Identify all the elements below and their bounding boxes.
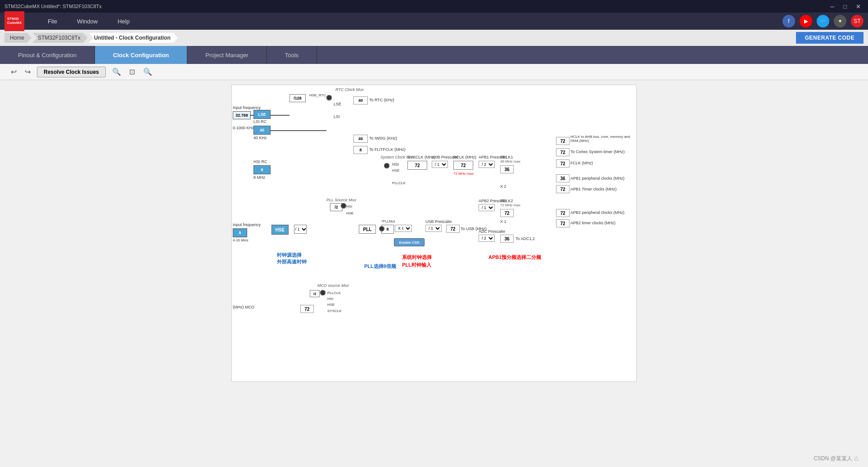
tab-project[interactable]: Project Manager	[187, 46, 267, 64]
menu-window[interactable]: Window	[72, 15, 103, 27]
hse-block: HSE	[271, 225, 289, 235]
pclk2-value: 72	[500, 209, 514, 217]
hclk-label: HCLK (MHz)	[453, 155, 476, 159]
hsi-rc-box: 8	[253, 165, 271, 174]
tab-clock[interactable]: Clock Configuration	[95, 46, 187, 64]
hclk-max-label: 72 MHz max	[453, 172, 474, 176]
maximize-btn[interactable]: □	[841, 2, 850, 11]
hsi-rc-label: HSI RC	[253, 159, 267, 164]
apb1-timer-label: APB1 Timer clocks (MHz)	[570, 187, 617, 191]
adc-label: To ADC1,2	[515, 236, 535, 241]
breadcrumb: Home STM32F103C8Tx Untitled - Clock Conf…	[0, 30, 868, 46]
main-content: RTC Clock Mux Input frequency 32.768 LSE…	[0, 80, 868, 467]
cortex-timer-label: To Cortex System timer (MHz)	[570, 150, 625, 154]
hse-div1-box: / 1	[294, 225, 307, 234]
lsi-mux-label: LSI	[334, 114, 340, 119]
redo-icon[interactable]: ↪	[23, 67, 32, 77]
lse-block: LSE	[253, 110, 271, 119]
menu-help[interactable]: Help	[112, 15, 135, 27]
to-iwdg-value: 40	[353, 135, 368, 143]
annot-apb1: APB1预分频选择二分频	[488, 254, 541, 261]
resolve-clock-btn[interactable]: Resolve Clock Issues	[37, 67, 106, 77]
youtube-icon[interactable]: ▶	[800, 15, 812, 27]
lse-value-box: 32.768	[233, 111, 251, 119]
hclk-ahb-label: HCLK to AHB bus, core, memory and DMA (M…	[570, 135, 636, 143]
apb2-peripheral-value: 72	[556, 209, 570, 217]
apb2-timer-label: APB2 timer clocks (MHz)	[570, 221, 615, 225]
undo-icon[interactable]: ↩	[9, 67, 18, 77]
sysclk-radio-pll[interactable]	[384, 163, 389, 168]
pllclk-sysclk-label: PLLCLK	[392, 181, 406, 185]
st-logo-icon: ST	[851, 15, 863, 27]
menu-right: f ▶ 🐦 ✦ ST	[782, 15, 863, 27]
usb-prescaler-select[interactable]: / 1	[425, 225, 442, 232]
pclk1-label: PCLK1	[500, 155, 513, 159]
fclk-label: FCLK (MHz)	[570, 161, 593, 165]
hclk-value-box: 72	[453, 161, 473, 170]
hse-div1-select[interactable]: / 1	[294, 227, 307, 232]
watermark: CSDN @某某人 △	[814, 455, 859, 462]
lsi-rc-label: LSI RC	[253, 119, 267, 124]
tab-bar: Pinout & Configuration Clock Configurati…	[0, 46, 868, 64]
pclk1-value: 36	[500, 165, 514, 173]
apb1-prescaler-select[interactable]: / 2	[479, 161, 495, 168]
usb-value: 72	[446, 225, 460, 233]
mco-source-mux-label: MCO source Mux	[317, 283, 349, 288]
zoom-out-icon[interactable]: 🔍	[141, 67, 154, 77]
lsi-range-label: 0-1000 KHz	[233, 126, 254, 130]
annot-sysclk: 系统时钟选择	[402, 254, 432, 261]
pclk2-max-label: 72 MHz max	[500, 203, 520, 207]
window-controls: ─ □ ✕	[827, 2, 863, 11]
pll-block: PLL	[359, 225, 376, 234]
fclk-value: 72	[556, 159, 570, 168]
generate-code-btn[interactable]: GENERATE CODE	[796, 32, 863, 44]
mco-value: 72	[300, 305, 314, 313]
mco-hsi-label: HSI	[327, 297, 333, 301]
apb1-peripheral-label: APB1 peripheral clocks (MHz)	[570, 176, 624, 181]
usb-label: To USB (MHz)	[461, 227, 487, 231]
zoom-fit-icon[interactable]: ⊡	[127, 67, 137, 77]
tab-tools[interactable]: Tools	[267, 46, 317, 64]
to-rtc-value: 40	[353, 96, 368, 104]
rtc-radio-lsi[interactable]	[326, 95, 332, 100]
breadcrumb-home[interactable]: Home	[5, 33, 32, 43]
x2-label: X 2	[500, 184, 506, 189]
x1-label: X 1	[500, 219, 506, 224]
rtc-clock-mux-label: RTC Clock Mux	[335, 87, 364, 92]
twitter-icon[interactable]: 🐦	[817, 15, 829, 27]
title-bar-text: STM32CubeMX Untitled*: STM32F103C8Tx	[5, 4, 102, 9]
lse-mux-label: LSE	[334, 102, 341, 106]
mco-sysclk-label: SYSCLK	[327, 309, 342, 313]
hse-rtc-label: HSE_RTC	[309, 93, 326, 97]
div128-box: /128	[289, 94, 306, 102]
star-icon[interactable]: ✦	[834, 15, 846, 27]
minimize-btn[interactable]: ─	[827, 2, 837, 11]
breadcrumb-device[interactable]: STM32F103C8Tx	[32, 33, 88, 43]
menu-file[interactable]: File	[42, 15, 63, 27]
annot-pll-mul: PLL选择9倍频	[364, 263, 396, 270]
line-lsi	[271, 130, 326, 131]
facebook-icon[interactable]: f	[782, 15, 795, 27]
sysclk-value-box[interactable]: 72	[407, 161, 427, 170]
close-btn[interactable]: ✕	[853, 2, 863, 11]
ahb-prescaler-select[interactable]: / 1	[432, 161, 448, 168]
adc-prescaler-select[interactable]: / 2	[479, 235, 495, 242]
hse-range-label: 4-16 MHz	[233, 238, 249, 242]
to-flitf-label: To FLITFCLK (MHz)	[369, 147, 406, 152]
zoom-in-icon[interactable]: 🔍	[110, 67, 123, 77]
pll-mul-label: *PLLMul	[381, 219, 395, 223]
breadcrumb-config[interactable]: Untitled - Clock Configuration	[89, 33, 178, 43]
mco-radio-sysclk[interactable]	[320, 290, 326, 295]
menu-bar: STM32CubeMX File Window Help f ▶ 🐦 ✦ ST	[0, 13, 868, 30]
clock-diagram: RTC Clock Mux Input frequency 32.768 LSE…	[231, 85, 637, 382]
usb-prescaler-label: USB Prescaler	[425, 219, 452, 224]
tab-pinout[interactable]: Pinout & Configuration	[0, 46, 95, 64]
pll-radio-hse[interactable]	[341, 203, 346, 209]
pll-mul-select[interactable]: X 9	[395, 225, 412, 232]
pll-mux-radio[interactable]	[379, 226, 384, 231]
hclk-ahb-value: 72	[556, 137, 570, 145]
apb2-prescaler-select[interactable]: / 1	[479, 204, 495, 211]
enable-css-btn[interactable]: Enable CSS	[394, 238, 425, 246]
lsi-box: 40	[253, 126, 271, 135]
to-iwdg-label: To IWDG (KHz)	[369, 136, 397, 141]
